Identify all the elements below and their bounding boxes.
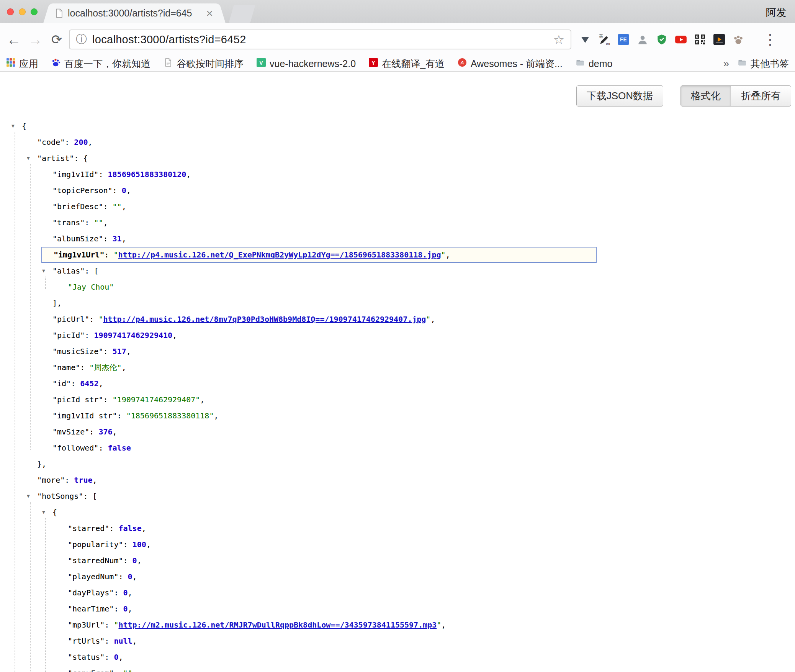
json-line: "starredNum": 0, [0, 552, 795, 569]
json-line: "followed": false [0, 440, 795, 456]
fehelper-extension-icon[interactable]: FE [615, 31, 632, 48]
json-line: "copyFrom": "", [0, 665, 795, 672]
minimize-window-button[interactable] [19, 8, 26, 15]
tree-guide-line [30, 502, 31, 672]
json-line: "rtUrls": null, [0, 633, 795, 649]
forward-button[interactable]: → [26, 31, 44, 48]
bookmark-item[interactable]: Y在线翻译_有道 [369, 57, 445, 70]
youtube-extension-icon[interactable] [672, 31, 689, 48]
bookmark-item[interactable]: AAwesomes - 前端资... [458, 57, 563, 70]
json-line: "playedNum": 0, [0, 569, 795, 585]
player-extension-icon[interactable] [711, 31, 728, 48]
shield-extension-icon[interactable] [653, 31, 670, 48]
bookmark-item[interactable]: Vvue-hackernews-2.0 [257, 58, 356, 69]
json-controls: 下载JSON数据 格式化 折叠所有 [0, 85, 791, 107]
json-line: "mvSize": 376, [0, 424, 795, 440]
bookmark-label: 百度一下，你就知道 [64, 57, 150, 70]
bookmarks-overflow-icon[interactable]: » [723, 57, 729, 70]
other-bookmarks-folder[interactable]: 其他书签 [738, 57, 789, 70]
awesomes-icon: A [458, 58, 467, 69]
paw-extension-icon[interactable] [730, 31, 747, 48]
new-tab-button[interactable] [229, 5, 255, 23]
bookmark-item[interactable]: 应用 [6, 57, 38, 70]
collapse-arrow-icon[interactable]: ▼ [11, 118, 15, 134]
json-line: "musicSize": 517, [0, 343, 795, 359]
format-button[interactable]: 格式化 [680, 85, 731, 107]
json-line: "status": 0, [0, 649, 795, 665]
bookmark-item[interactable]: 百度一下，你就知道 [51, 57, 150, 70]
json-line-highlighted: "img1v1Url": "http://p4.music.126.net/Q_… [41, 247, 597, 263]
json-line: "id": 6452, [0, 375, 795, 392]
json-url-link[interactable]: http://p4.music.126.net/Q_ExePNkmqB2yWyL… [118, 250, 441, 259]
collapse-arrow-icon[interactable]: ▼ [27, 150, 30, 166]
browser-menu-icon[interactable]: ⋮ [763, 31, 777, 48]
extensions-list: 英enFE [577, 31, 747, 48]
page-info-icon[interactable]: ⓘ [76, 32, 87, 47]
translate-pen-extension-icon[interactable]: 英en [596, 31, 613, 48]
svg-text:FE: FE [620, 36, 627, 43]
folder-icon [738, 58, 747, 69]
json-line: ▼"artist": { [0, 150, 795, 166]
tree-guide-line [15, 132, 15, 672]
zoom-window-button[interactable] [31, 8, 38, 15]
collapse-arrow-icon[interactable]: ▼ [42, 504, 45, 520]
bookmark-label: Awesomes - 前端资... [471, 57, 563, 70]
json-line: "name": "周杰伦", [0, 359, 795, 375]
svg-text:英: 英 [599, 34, 603, 38]
profile-extension-icon[interactable] [634, 31, 651, 48]
json-line: ▼"alias": [ [0, 263, 795, 279]
bookmark-item[interactable]: demo [576, 58, 613, 69]
download-json-button[interactable]: 下载JSON数据 [576, 85, 663, 107]
svg-text:en: en [606, 41, 610, 46]
json-line: "img1v1Id": 18569651883380120, [0, 166, 795, 182]
bookmark-label: demo [589, 58, 613, 69]
url-text[interactable]: localhost:3000/artists?id=6452 [92, 33, 548, 46]
json-line: ], [0, 295, 795, 311]
json-url-link[interactable]: http://p4.music.126.net/8mv7qP30Pd3oHW8b… [103, 315, 426, 324]
vue-icon: V [257, 58, 266, 69]
collapse-arrow-icon[interactable]: ▼ [27, 488, 30, 504]
browser-toolbar: ← → ⟳ ⓘ localhost:3000/artists?id=6452 ☆… [0, 23, 795, 56]
tab-close-icon[interactable]: × [204, 8, 214, 19]
bookmark-item[interactable]: 谷歌按时间排序 [164, 57, 244, 70]
bookmark-star-icon[interactable]: ☆ [553, 32, 564, 47]
svg-text:V: V [259, 60, 263, 66]
bookmark-label: 谷歌按时间排序 [177, 57, 244, 70]
active-tab[interactable]: localhost:3000/artists?id=645 × [51, 3, 218, 23]
json-line: "briefDesc": "", [0, 198, 795, 215]
collapse-arrow-icon[interactable]: ▼ [42, 263, 45, 279]
qrcode-extension-icon[interactable] [692, 31, 708, 48]
json-line: "topicPerson": 0, [0, 182, 795, 198]
tree-guide-line [30, 164, 31, 450]
profile-name[interactable]: 阿发 [766, 6, 787, 20]
triangle-extension-icon[interactable] [577, 31, 594, 48]
json-line: "picId": 19097417462929410, [0, 327, 795, 343]
baidu-icon [51, 58, 61, 69]
json-line: ▼{ [0, 504, 795, 520]
bookmark-label: vue-hackernews-2.0 [270, 58, 356, 69]
json-line: "hearTime": 0, [0, 601, 795, 617]
reload-button[interactable]: ⟳ [47, 32, 66, 47]
json-line: "popularity": 100, [0, 536, 795, 552]
address-bar[interactable]: ⓘ localhost:3000/artists?id=6452 ☆ [69, 30, 571, 49]
json-line: "img1v1Id_str": "18569651883380118", [0, 408, 795, 424]
browser-window: localhost:3000/artists?id=645 × 阿发 ← → ⟳… [0, 0, 795, 672]
json-line: "trans": "", [0, 215, 795, 231]
tab-bar: localhost:3000/artists?id=645 × 阿发 [0, 0, 795, 23]
back-button[interactable]: ← [5, 31, 23, 48]
json-line: "albumSize": 31, [0, 231, 795, 247]
json-line: ▼{ [0, 118, 795, 134]
json-line: "mp3Url": "http://m2.music.126.net/RMJR7… [0, 617, 795, 633]
json-url-link[interactable]: http://m2.music.126.net/RMJR7wDullRqppBk… [118, 620, 437, 629]
bookmarks-bar: 应用百度一下，你就知道谷歌按时间排序Vvue-hackernews-2.0Y在线… [0, 56, 795, 72]
svg-text:Y: Y [371, 60, 375, 66]
page-icon [55, 8, 63, 18]
json-line: "more": true, [0, 472, 795, 488]
close-window-button[interactable] [7, 8, 14, 15]
json-tree: ▼{"code": 200,▼"artist": {"img1v1Id": 18… [0, 118, 795, 672]
collapse-all-button[interactable]: 折叠所有 [731, 85, 791, 107]
json-line: }, [0, 456, 795, 472]
json-line: "dayPlays": 0, [0, 585, 795, 601]
other-bookmarks-label: 其他书签 [751, 57, 789, 70]
doc-icon [164, 58, 173, 69]
